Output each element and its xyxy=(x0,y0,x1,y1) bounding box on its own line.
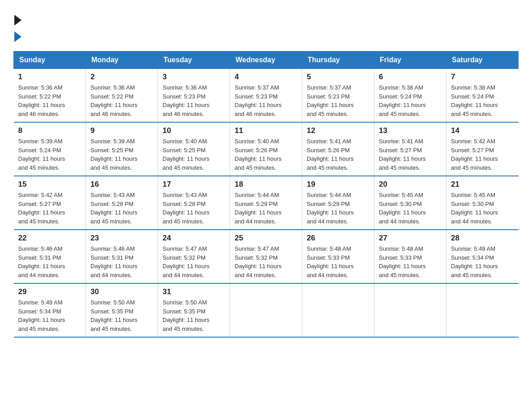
sunrise-label: Sunrise: 5:38 AM xyxy=(451,84,495,91)
daylight-label: Daylight: 11 hours xyxy=(90,209,137,216)
daylight-minutes: and 44 minutes. xyxy=(90,272,132,278)
daylight-label: Daylight: 11 hours xyxy=(163,155,210,162)
day-info: Sunrise: 5:40 AM Sunset: 5:26 PM Dayligh… xyxy=(235,137,297,172)
daylight-minutes: and 44 minutes. xyxy=(379,218,420,225)
sunrise-label: Sunrise: 5:40 AM xyxy=(235,138,279,145)
daylight-minutes: and 45 minutes. xyxy=(163,218,204,225)
sunset-label: Sunset: 5:27 PM xyxy=(451,147,494,154)
day-info: Sunrise: 5:47 AM Sunset: 5:32 PM Dayligh… xyxy=(235,244,297,279)
daylight-minutes: and 45 minutes. xyxy=(307,111,348,117)
day-cell: 31 Sunrise: 5:50 AM Sunset: 5:35 PM Dayl… xyxy=(158,283,230,337)
daylight-minutes: and 44 minutes. xyxy=(163,272,204,278)
daylight-label: Daylight: 11 hours xyxy=(163,263,210,270)
sunrise-label: Sunrise: 5:48 AM xyxy=(307,245,351,252)
daylight-label: Daylight: 11 hours xyxy=(163,317,210,323)
sunrise-label: Sunrise: 5:49 AM xyxy=(18,299,63,306)
day-cell: 22 Sunrise: 5:46 AM Sunset: 5:31 PM Dayl… xyxy=(14,230,86,283)
sunrise-label: Sunrise: 5:43 AM xyxy=(163,192,207,198)
daylight-minutes: and 45 minutes. xyxy=(163,325,204,332)
sunset-label: Sunset: 5:23 PM xyxy=(235,93,278,100)
sunset-label: Sunset: 5:25 PM xyxy=(163,147,206,154)
sunrise-label: Sunrise: 5:46 AM xyxy=(18,245,63,252)
day-cell: 30 Sunrise: 5:50 AM Sunset: 5:35 PM Dayl… xyxy=(86,283,158,337)
sunset-label: Sunset: 5:23 PM xyxy=(163,93,206,100)
calendar-header-row: SundayMondayTuesdayWednesdayThursdayFrid… xyxy=(14,51,519,69)
day-info: Sunrise: 5:50 AM Sunset: 5:35 PM Dayligh… xyxy=(90,298,153,333)
daylight-label: Daylight: 11 hours xyxy=(451,209,498,216)
daylight-label: Daylight: 11 hours xyxy=(90,317,137,323)
daylight-minutes: and 46 minutes. xyxy=(90,111,132,117)
daylight-minutes: and 46 minutes. xyxy=(18,111,60,117)
daylight-label: Daylight: 11 hours xyxy=(451,263,498,270)
day-cell: 9 Sunrise: 5:39 AM Sunset: 5:25 PM Dayli… xyxy=(86,122,158,176)
sunset-label: Sunset: 5:27 PM xyxy=(379,147,422,154)
daylight-minutes: and 45 minutes. xyxy=(18,325,60,332)
daylight-label: Daylight: 11 hours xyxy=(90,155,137,162)
day-info: Sunrise: 5:40 AM Sunset: 5:25 PM Dayligh… xyxy=(163,137,225,172)
day-cell: 14 Sunrise: 5:42 AM Sunset: 5:27 PM Dayl… xyxy=(446,122,519,176)
column-header-wednesday: Wednesday xyxy=(230,51,302,69)
day-info: Sunrise: 5:45 AM Sunset: 5:30 PM Dayligh… xyxy=(379,191,442,226)
daylight-minutes: and 45 minutes. xyxy=(451,272,493,278)
day-cell: 3 Sunrise: 5:36 AM Sunset: 5:23 PM Dayli… xyxy=(158,69,230,123)
sunset-label: Sunset: 5:34 PM xyxy=(18,308,61,315)
day-number: 21 xyxy=(451,180,514,189)
sunset-label: Sunset: 5:27 PM xyxy=(18,201,61,207)
daylight-minutes: and 45 minutes. xyxy=(18,218,60,225)
daylight-minutes: and 45 minutes. xyxy=(90,164,132,171)
calendar-table: SundayMondayTuesdayWednesdayThursdayFrid… xyxy=(13,51,519,338)
daylight-label: Daylight: 11 hours xyxy=(90,263,137,270)
day-number: 22 xyxy=(18,234,82,243)
day-number: 1 xyxy=(18,73,82,81)
sunset-label: Sunset: 5:35 PM xyxy=(163,308,206,315)
day-info: Sunrise: 5:38 AM Sunset: 5:24 PM Dayligh… xyxy=(379,83,442,118)
day-cell: 15 Sunrise: 5:42 AM Sunset: 5:27 PM Dayl… xyxy=(14,176,86,230)
day-cell: 1 Sunrise: 5:36 AM Sunset: 5:22 PM Dayli… xyxy=(14,69,86,123)
daylight-label: Daylight: 11 hours xyxy=(18,102,65,108)
sunrise-label: Sunrise: 5:43 AM xyxy=(90,192,135,198)
daylight-minutes: and 45 minutes. xyxy=(379,164,420,171)
daylight-label: Daylight: 11 hours xyxy=(307,209,354,216)
day-info: Sunrise: 5:39 AM Sunset: 5:24 PM Dayligh… xyxy=(18,137,82,172)
sunrise-label: Sunrise: 5:40 AM xyxy=(163,138,207,145)
sunrise-label: Sunrise: 5:37 AM xyxy=(235,84,279,91)
day-info: Sunrise: 5:41 AM Sunset: 5:27 PM Dayligh… xyxy=(379,137,442,172)
day-number: 16 xyxy=(90,180,153,189)
daylight-minutes: and 45 minutes. xyxy=(451,111,493,117)
day-info: Sunrise: 5:37 AM Sunset: 5:23 PM Dayligh… xyxy=(235,83,297,118)
day-cell: 2 Sunrise: 5:36 AM Sunset: 5:22 PM Dayli… xyxy=(86,69,158,123)
day-info: Sunrise: 5:50 AM Sunset: 5:35 PM Dayligh… xyxy=(163,298,225,333)
daylight-minutes: and 45 minutes. xyxy=(18,164,60,171)
sunset-label: Sunset: 5:32 PM xyxy=(163,254,206,261)
day-cell: 20 Sunrise: 5:45 AM Sunset: 5:30 PM Dayl… xyxy=(374,176,446,230)
daylight-minutes: and 44 minutes. xyxy=(235,218,276,225)
day-cell: 11 Sunrise: 5:40 AM Sunset: 5:26 PM Dayl… xyxy=(230,122,302,176)
day-cell: 17 Sunrise: 5:43 AM Sunset: 5:28 PM Dayl… xyxy=(158,176,230,230)
daylight-minutes: and 45 minutes. xyxy=(307,164,348,171)
column-header-saturday: Saturday xyxy=(446,51,519,69)
daylight-label: Daylight: 11 hours xyxy=(235,263,282,270)
day-number: 23 xyxy=(90,234,153,243)
sunset-label: Sunset: 5:35 PM xyxy=(90,308,133,315)
daylight-label: Daylight: 11 hours xyxy=(18,155,65,162)
daylight-minutes: and 46 minutes. xyxy=(235,111,276,117)
daylight-label: Daylight: 11 hours xyxy=(379,209,426,216)
day-cell: 4 Sunrise: 5:37 AM Sunset: 5:23 PM Dayli… xyxy=(230,69,302,123)
day-number: 26 xyxy=(307,234,369,243)
daylight-label: Daylight: 11 hours xyxy=(18,263,65,270)
daylight-minutes: and 46 minutes. xyxy=(163,111,204,117)
week-row-1: 1 Sunrise: 5:36 AM Sunset: 5:22 PM Dayli… xyxy=(14,69,519,123)
day-info: Sunrise: 5:37 AM Sunset: 5:23 PM Dayligh… xyxy=(307,83,369,118)
column-header-thursday: Thursday xyxy=(302,51,374,69)
day-cell: 10 Sunrise: 5:40 AM Sunset: 5:25 PM Dayl… xyxy=(158,122,230,176)
day-cell: 12 Sunrise: 5:41 AM Sunset: 5:26 PM Dayl… xyxy=(302,122,374,176)
sunrise-label: Sunrise: 5:47 AM xyxy=(235,245,279,252)
day-number: 4 xyxy=(235,73,297,81)
week-row-5: 29 Sunrise: 5:49 AM Sunset: 5:34 PM Dayl… xyxy=(14,283,519,337)
day-number: 8 xyxy=(18,126,82,135)
column-header-sunday: Sunday xyxy=(14,51,86,69)
day-info: Sunrise: 5:36 AM Sunset: 5:22 PM Dayligh… xyxy=(90,83,153,118)
daylight-label: Daylight: 11 hours xyxy=(307,155,354,162)
day-cell xyxy=(374,283,446,337)
daylight-label: Daylight: 11 hours xyxy=(163,102,210,108)
